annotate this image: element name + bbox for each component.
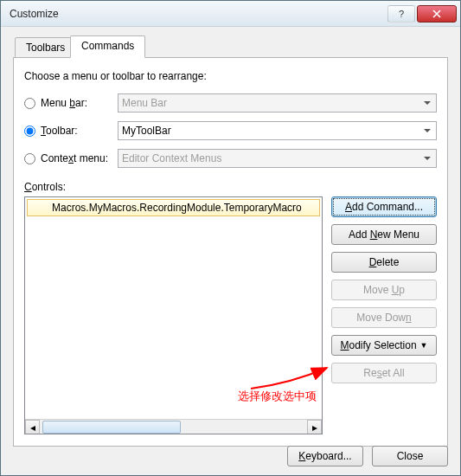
controls-label: Controls: — [24, 181, 437, 193]
keyboard-button[interactable]: Keyboard... — [287, 446, 363, 466]
chevron-down-icon — [420, 124, 434, 138]
titlebar: Customize ? — [1, 1, 460, 27]
scroll-thumb[interactable] — [42, 421, 181, 434]
add-new-menu-button[interactable]: Add New Menu — [331, 224, 437, 245]
chevron-down-icon: ▼ — [420, 341, 428, 350]
chevron-down-icon — [420, 151, 434, 165]
add-command-button[interactable]: Add Command... — [331, 196, 437, 217]
radio-menu-bar[interactable] — [24, 98, 35, 109]
radio-menu-bar-label: Menu bar: — [41, 97, 87, 109]
radio-context-menu[interactable] — [24, 153, 35, 164]
radio-context-menu-label: Context menu: — [41, 152, 108, 164]
tabpage-commands: Choose a menu or toolbar to rearrange: M… — [13, 57, 448, 447]
reset-all-button[interactable]: Reset All — [331, 363, 437, 383]
scroll-left-button[interactable]: ◂ — [25, 420, 40, 434]
combo-toolbar[interactable]: MyToolBar — [118, 121, 437, 140]
radio-toolbar-label: Toolbar: — [41, 125, 78, 137]
help-button[interactable]: ? — [387, 5, 415, 23]
controls-list[interactable]: Macros.MyMacros.RecordingModule.Temporar… — [24, 196, 323, 434]
combo-context-menu[interactable]: Editor Context Menus — [118, 149, 437, 168]
window-title: Customize — [10, 8, 386, 20]
move-up-button[interactable]: Move Up — [331, 280, 437, 300]
list-item[interactable]: Macros.MyMacros.RecordingModule.Temporar… — [27, 199, 320, 216]
button-column: Add Command... Add New Menu Delete Move … — [331, 196, 437, 434]
scroll-right-button[interactable]: ▸ — [307, 420, 322, 434]
radio-toolbar[interactable] — [24, 125, 35, 137]
tab-toolbars[interactable]: Toolbars — [15, 37, 76, 58]
combo-menu-bar[interactable]: Menu Bar — [118, 93, 437, 113]
close-button[interactable]: Close — [372, 446, 448, 466]
tabstrip: Toolbars Commands — [13, 35, 448, 58]
move-down-button[interactable]: Move Down — [331, 307, 437, 328]
dialog-content: Toolbars Commands Choose a menu or toolb… — [1, 27, 460, 451]
dialog-footer: Keyboard... Close — [287, 446, 448, 466]
delete-button[interactable]: Delete — [331, 252, 437, 273]
modify-selection-button[interactable]: Modify Selection ▼ — [331, 335, 437, 356]
prompt-text: Choose a menu or toolbar to rearrange: — [24, 70, 437, 82]
close-window-button[interactable] — [417, 5, 457, 23]
tab-commands[interactable]: Commands — [70, 35, 145, 58]
customize-dialog: Customize ? Toolbars Commands Choose a m… — [0, 0, 461, 476]
horizontal-scrollbar[interactable]: ◂ ▸ — [25, 419, 322, 434]
chevron-down-icon — [420, 96, 434, 110]
